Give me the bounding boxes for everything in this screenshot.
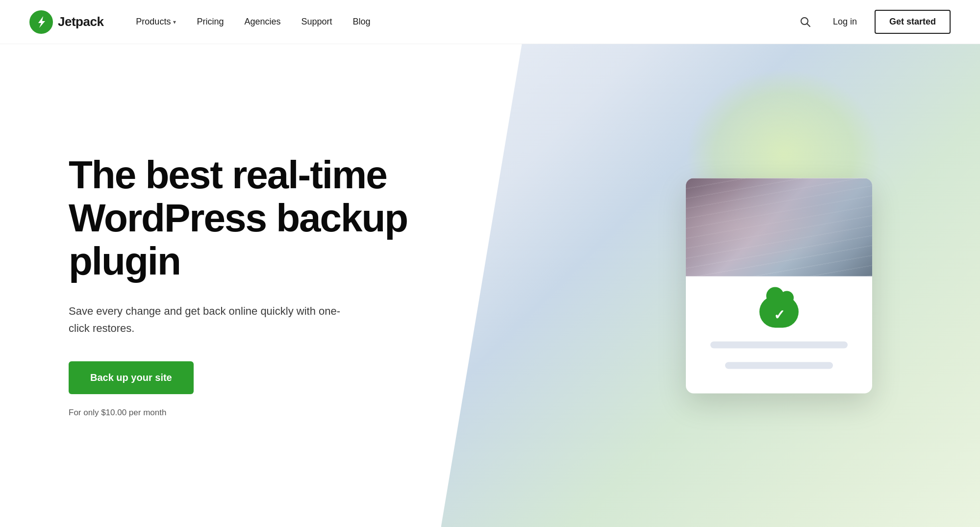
main-nav: Products ▾ Pricing Agencies Support Blog (128, 13, 378, 31)
nav-item-products[interactable]: Products ▾ (128, 13, 184, 31)
cta-button[interactable]: Back up your site (69, 361, 194, 394)
lightning-bolt-icon (34, 15, 48, 29)
brand-name: Jetpack (58, 14, 103, 29)
card-placeholder-line-1 (710, 341, 848, 348)
get-started-button[interactable]: Get started (875, 10, 951, 34)
cloud-shape: ✓ (759, 296, 799, 327)
hero-visual: ✓ (686, 178, 872, 393)
hero-title: The best real-time WordPress backup plug… (69, 153, 451, 283)
main-content: The best real-time WordPress backup plug… (0, 44, 980, 527)
chevron-down-icon: ▾ (173, 19, 176, 25)
nav-item-blog[interactable]: Blog (345, 13, 378, 31)
cloud-check-icon: ✓ (759, 296, 799, 327)
header-right: Log in Get started (796, 10, 951, 34)
search-icon (800, 17, 811, 27)
logo[interactable]: Jetpack (29, 10, 103, 34)
site-header: Jetpack Products ▾ Pricing Agencies Supp… (0, 0, 980, 44)
hero-section: The best real-time WordPress backup plug… (0, 153, 539, 418)
hero-subtitle: Save every change and get back online qu… (69, 302, 343, 337)
nav-item-support[interactable]: Support (293, 13, 340, 31)
card-placeholder-line-2 (725, 362, 833, 369)
checkmark-icon: ✓ (774, 307, 785, 323)
header-left: Jetpack Products ▾ Pricing Agencies Supp… (29, 10, 378, 34)
card-image (686, 178, 872, 276)
backup-card: ✓ (686, 178, 872, 393)
nav-item-agencies[interactable]: Agencies (236, 13, 288, 31)
logo-icon (29, 10, 53, 34)
nav-item-pricing[interactable]: Pricing (189, 13, 231, 31)
card-body: ✓ (686, 276, 872, 393)
svg-line-2 (807, 24, 810, 26)
search-button[interactable] (796, 12, 815, 32)
price-note: For only $10.00 per month (69, 408, 539, 418)
login-link[interactable]: Log in (825, 13, 865, 31)
svg-marker-0 (38, 16, 45, 28)
